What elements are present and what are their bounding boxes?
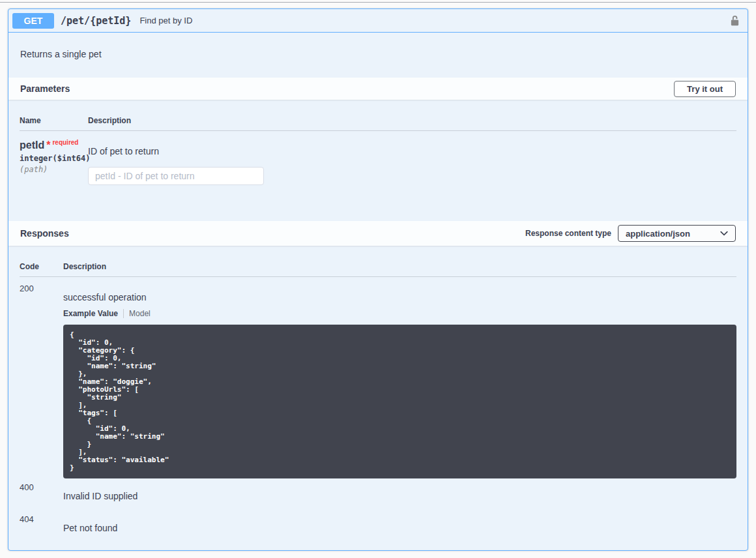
parameter-row: petId*required integer($int64) (path) ID…: [20, 131, 736, 185]
responses-title: Responses: [20, 228, 69, 239]
response-description: Invalid ID supplied: [63, 482, 736, 501]
operation-block-get-pet: GET /pet/{petId} Find pet by ID Returns …: [8, 8, 748, 551]
response-content-type-select[interactable]: application/json: [618, 225, 736, 242]
response-content-type-label: Response content type: [525, 229, 611, 238]
endpoint-description: Returns a single pet: [8, 33, 748, 78]
response-description-cell: successful operation Example Value Model…: [63, 284, 736, 478]
http-method-badge: GET: [12, 13, 54, 29]
parameters-table: Name Description petId*required integer(…: [8, 100, 748, 221]
parameter-description: ID of pet to return: [88, 146, 736, 156]
response-description: successful operation: [63, 284, 736, 302]
endpoint-path: /pet/{petId}: [61, 15, 131, 27]
column-header-description: Description: [88, 116, 131, 125]
response-content-type: Response content type application/json: [525, 225, 736, 242]
example-code-block: { "id": 0, "category": { "id": 0, "name"…: [63, 325, 736, 478]
chevron-down-icon: [720, 231, 728, 236]
operation-summary[interactable]: GET /pet/{petId} Find pet by ID: [8, 9, 748, 33]
response-description-cell: Invalid ID supplied: [63, 482, 736, 501]
response-code: 400: [20, 482, 63, 501]
responses-table: Code Description 200 successful operatio…: [8, 246, 748, 533]
auth-unlock-icon[interactable]: [730, 15, 740, 27]
response-description: Pet not found: [63, 514, 736, 533]
column-header-name: Name: [20, 116, 88, 125]
parameter-description-cell: ID of pet to return: [88, 140, 736, 185]
response-description-cell: Pet not found: [63, 514, 736, 533]
required-label: required: [52, 139, 78, 146]
parameter-name: petId*required: [20, 140, 88, 151]
parameters-title: Parameters: [20, 83, 70, 94]
parameter-name-cell: petId*required integer($int64) (path): [20, 140, 88, 185]
column-header-code: Code: [20, 262, 63, 271]
example-model-tabs: Example Value Model: [63, 309, 736, 318]
parameter-location: (path): [20, 165, 88, 174]
response-code: 404: [20, 514, 63, 533]
responses-table-head: Code Description: [20, 246, 736, 277]
response-row-404: 404 Pet not found: [20, 501, 736, 533]
response-row-200: 200 successful operation Example Value M…: [20, 277, 736, 478]
response-row-400: 400 Invalid ID supplied: [20, 478, 736, 501]
tab-example-value[interactable]: Example Value: [63, 309, 118, 318]
response-code: 200: [20, 284, 63, 478]
response-content-type-value: application/json: [626, 229, 690, 239]
try-it-out-button[interactable]: Try it out: [674, 81, 736, 97]
parameters-table-head: Name Description: [20, 100, 736, 131]
responses-section-header: Responses Response content type applicat…: [8, 221, 748, 246]
column-header-description: Description: [63, 262, 106, 271]
parameter-name-text: petId: [20, 140, 44, 151]
petid-input[interactable]: [88, 167, 264, 185]
endpoint-summary: Find pet by ID: [139, 16, 192, 25]
section-divider: [0, 2, 756, 3]
required-asterisk: *: [46, 140, 50, 151]
parameter-type: integer($int64): [20, 154, 88, 163]
parameters-section-header: Parameters Try it out: [8, 78, 748, 100]
tab-separator: [123, 309, 124, 318]
tab-model[interactable]: Model: [129, 309, 151, 318]
